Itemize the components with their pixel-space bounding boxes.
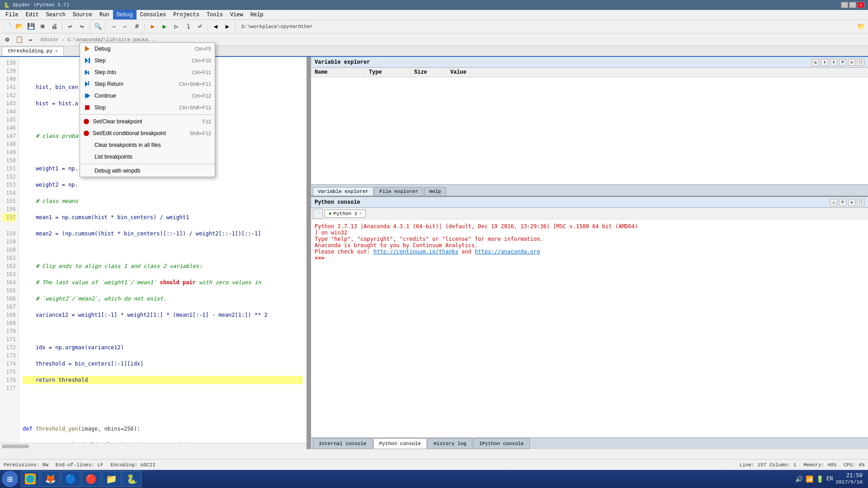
- console-new-button[interactable]: 📄: [313, 209, 323, 219]
- menu-debug[interactable]: Debug: [113, 10, 137, 19]
- debug-run-icon: [84, 45, 91, 52]
- run-cell-button[interactable]: ▷: [171, 21, 182, 32]
- var-import-button[interactable]: ⬆: [821, 59, 828, 66]
- var-close-button[interactable]: ✕: [848, 59, 855, 66]
- console-alert-button[interactable]: ⚠: [830, 199, 837, 206]
- console-line-2: ] on win32: [315, 230, 864, 236]
- taskbar-item-chrome[interactable]: 🌐: [21, 471, 40, 487]
- set-clear-bp-label: Set/Clear breakpoint: [93, 118, 142, 125]
- taskbar-item-folder[interactable]: 📁: [102, 471, 121, 487]
- tab-history-log[interactable]: History log: [428, 438, 472, 449]
- tab-close-button[interactable]: ✕: [55, 48, 58, 54]
- toolbar2-btn2[interactable]: 📋: [14, 34, 24, 45]
- save-file-button[interactable]: 💾: [25, 21, 36, 32]
- comment-button[interactable]: #: [132, 21, 142, 32]
- debug-run-button[interactable]: ▶: [147, 21, 158, 32]
- path-browse-button[interactable]: 📁: [855, 21, 866, 32]
- debug-menu-stop[interactable]: Stop Ctrl+Shift+F12: [80, 102, 215, 113]
- tab-python-console[interactable]: Python console: [373, 438, 427, 449]
- debug-menu-step-return[interactable]: Step Return Ctrl+Shift+F11: [80, 78, 215, 90]
- continue-shortcut: Ctrl+F12: [192, 93, 212, 99]
- debug-menu-step-into[interactable]: Step Into Ctrl+F11: [80, 66, 215, 78]
- tray-icon-2[interactable]: 📶: [806, 475, 813, 483]
- tab-internal-console[interactable]: Internal console: [313, 438, 373, 449]
- console-tab-close[interactable]: ✕: [359, 211, 361, 216]
- taskbar-item-app1[interactable]: 🔵: [61, 471, 80, 487]
- continue-icon: [84, 92, 91, 99]
- tab-ipython-console[interactable]: IPython console: [473, 438, 530, 449]
- console-options-button[interactable]: ≡: [839, 199, 846, 206]
- titlebar-controls: ─ □ ✕: [841, 2, 864, 8]
- set-edit-bp-left: Set/Edit conditional breakpoint: [84, 130, 166, 136]
- step-into-button[interactable]: ⤶: [194, 21, 205, 32]
- step-button[interactable]: ⤵: [183, 21, 193, 32]
- menu-consoles[interactable]: Consoles: [137, 10, 170, 19]
- console-content[interactable]: Python 2.7.13 |Anaconda 4.3.1 (64-bit)| …: [311, 220, 868, 437]
- var-options-button[interactable]: ≡: [839, 59, 846, 66]
- toolbar2-btn1[interactable]: ⚙: [2, 34, 13, 45]
- clock[interactable]: 21:50 2017/5/16: [836, 473, 863, 485]
- menu-edit[interactable]: Edit: [22, 10, 42, 19]
- tray-icon-1[interactable]: 🔊: [795, 475, 803, 483]
- minimize-button[interactable]: ─: [841, 2, 848, 8]
- menu-projects[interactable]: Projects: [170, 10, 203, 19]
- debug-menu-clear-all-bp[interactable]: Clear breakpoints in all files: [80, 139, 215, 151]
- svg-marker-0: [85, 46, 90, 52]
- menu-tools[interactable]: Tools: [203, 10, 226, 19]
- step-shortcut: Ctrl+F10: [192, 58, 212, 63]
- step-into-item-left: Step Into: [84, 69, 116, 76]
- run-button[interactable]: ▶: [159, 21, 170, 32]
- print-button[interactable]: 🖨: [49, 21, 60, 32]
- find-button[interactable]: 🔍: [92, 21, 103, 32]
- new-file-button[interactable]: 📄: [2, 21, 13, 32]
- maximize-button[interactable]: □: [849, 2, 856, 8]
- indent-button[interactable]: →: [108, 21, 119, 32]
- stop-icon: [84, 104, 91, 111]
- taskbar-item-app2[interactable]: 🔴: [81, 471, 101, 487]
- tray-icon-4[interactable]: EN: [826, 476, 833, 482]
- var-max-button[interactable]: □: [857, 59, 864, 66]
- unindent-button[interactable]: ←: [120, 21, 131, 32]
- titlebar-left: 🐍 Spyder (Python 2.7): [4, 2, 69, 8]
- debug-menu-set-edit-bp[interactable]: Set/Edit conditional breakpoint Shift+F1…: [80, 127, 215, 139]
- toolbar2-btn3[interactable]: ✏: [25, 34, 36, 45]
- debug-shortcut: Ctrl+F5: [195, 46, 211, 52]
- debug-menu-winpdb[interactable]: Debug with winpdb: [80, 165, 215, 177]
- debug-menu-continue[interactable]: Continue Ctrl+F12: [80, 90, 215, 102]
- debug-menu-debug[interactable]: Debug Ctrl+F5: [80, 43, 215, 55]
- stop-item-left: Stop: [84, 104, 106, 111]
- back-button[interactable]: ◀: [210, 21, 221, 32]
- menu-run[interactable]: Run: [96, 10, 113, 19]
- editor-scrollbar[interactable]: [0, 443, 307, 449]
- var-refresh-button[interactable]: ↻: [812, 59, 819, 66]
- tray-icon-3[interactable]: 🔋: [816, 475, 824, 483]
- close-button[interactable]: ✕: [857, 2, 864, 8]
- debug-menu-step[interactable]: Step Ctrl+F10: [80, 55, 215, 66]
- console-tab-python1[interactable]: ● Python 1 ✕: [325, 210, 366, 218]
- tab-file-explorer[interactable]: File explorer: [374, 187, 423, 196]
- debug-menu-list-bp[interactable]: List breakpoints: [80, 151, 215, 163]
- tab-variable-explorer[interactable]: Variable explorer: [313, 187, 373, 196]
- scroll-thumb[interactable]: [2, 445, 29, 448]
- console-header: Python console ⚠ ≡ ✕ □: [311, 197, 868, 208]
- set-edit-bp-shortcut: Shift+F12: [190, 131, 211, 136]
- taskbar-item-spyder[interactable]: 🐍: [122, 471, 142, 487]
- tab-help[interactable]: Help: [424, 187, 446, 196]
- save-all-button[interactable]: ⊞: [37, 21, 48, 32]
- taskbar-item-fox[interactable]: 🦊: [41, 471, 60, 487]
- editor-tab-thresholding[interactable]: thresholding.py ✕: [2, 47, 64, 56]
- console-max-button[interactable]: □: [857, 199, 864, 206]
- var-export-button[interactable]: ⬇: [830, 59, 837, 66]
- debug-menu-set-clear-bp[interactable]: Set/Clear breakpoint F12: [80, 116, 215, 127]
- redo-button[interactable]: ↪: [76, 21, 87, 32]
- forward-button[interactable]: ▶: [222, 21, 233, 32]
- console-close-button[interactable]: ✕: [848, 199, 855, 206]
- menu-source[interactable]: Source: [69, 10, 96, 19]
- menu-help[interactable]: Help: [247, 10, 267, 19]
- undo-button[interactable]: ↩: [65, 21, 75, 32]
- menu-search[interactable]: Search: [42, 10, 69, 19]
- start-button[interactable]: ⊞: [2, 471, 18, 487]
- menu-view[interactable]: View: [226, 10, 247, 19]
- menu-file[interactable]: File: [2, 10, 22, 19]
- open-file-button[interactable]: 📂: [14, 21, 24, 32]
